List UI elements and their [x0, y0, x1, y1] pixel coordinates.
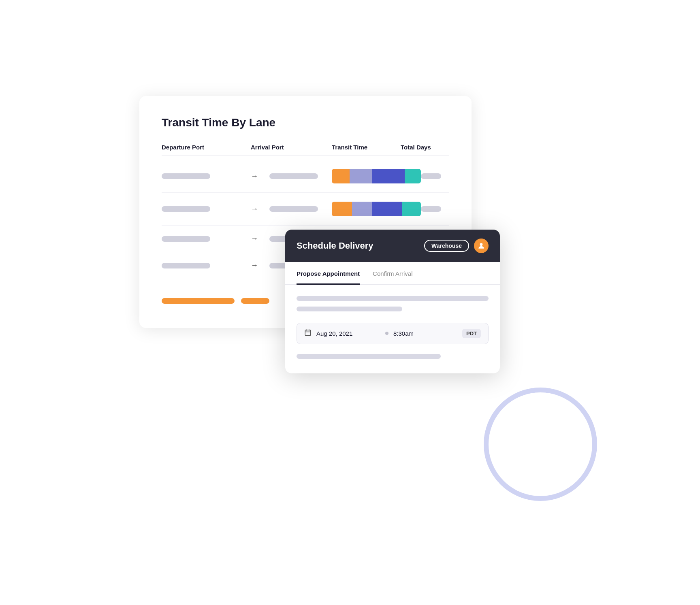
modal-header-right: Warehouse — [424, 239, 489, 253]
arrival-port-cell: → — [251, 205, 332, 213]
arrival-placeholder — [269, 173, 318, 179]
svg-rect-1 — [305, 330, 311, 336]
content-placeholder-line3 — [297, 354, 441, 359]
content-placeholder-line2 — [297, 307, 402, 311]
divider-dot — [385, 332, 388, 335]
bar-segment-blue — [372, 202, 403, 216]
days-cell — [421, 206, 470, 212]
modal-title: Schedule Delivery — [297, 241, 373, 251]
departure-placeholder — [162, 236, 210, 242]
tab-propose-appointment[interactable]: Propose Appointment — [297, 262, 360, 285]
bar-segment-teal — [402, 202, 421, 216]
date-value: Aug 20, 2021 — [316, 330, 380, 337]
bar-segment-teal — [405, 169, 421, 183]
departure-port-cell — [162, 263, 251, 268]
arrow-icon: → — [251, 261, 258, 270]
timezone-badge: PDT — [462, 329, 481, 338]
transit-table-header: Departure Port Arrival Port Transit Time… — [162, 144, 449, 156]
schedule-delivery-modal: Schedule Delivery Warehouse Propose Appo… — [285, 230, 500, 373]
departure-port-cell — [162, 206, 251, 212]
datetime-row[interactable]: Aug 20, 2021 8:30am PDT — [297, 323, 489, 344]
bar-segment-orange — [332, 202, 352, 216]
arrow-icon: → — [251, 234, 258, 243]
header-arrival: Arrival Port — [251, 144, 332, 151]
days-placeholder — [421, 206, 441, 212]
header-departure: Departure Port — [162, 144, 251, 151]
bar-segment-blue — [372, 169, 405, 183]
warehouse-badge[interactable]: Warehouse — [424, 240, 469, 252]
transit-bar-row1 — [332, 169, 421, 183]
header-transit: Transit Time — [332, 144, 401, 151]
table-row: → — [162, 160, 449, 193]
arrival-placeholder — [269, 206, 318, 212]
header-days: Total Days — [401, 144, 449, 151]
bottom-bar-short — [241, 298, 269, 304]
days-cell — [421, 173, 470, 179]
calendar-icon — [304, 329, 312, 338]
departure-placeholder — [162, 206, 210, 212]
departure-placeholder — [162, 263, 210, 268]
bar-segment-lavender — [350, 169, 372, 183]
bar-segment-lavender — [352, 202, 372, 216]
departure-port-cell — [162, 173, 251, 179]
table-row: → — [162, 193, 449, 226]
arrival-port-cell: → — [251, 172, 332, 181]
transit-bar-row2 — [332, 202, 421, 216]
svg-point-0 — [480, 243, 483, 246]
user-avatar-icon[interactable] — [474, 239, 489, 253]
decorative-circle — [484, 388, 597, 501]
arrow-icon: → — [251, 205, 258, 213]
departure-placeholder — [162, 173, 210, 179]
transit-bar-cell — [332, 202, 421, 216]
transit-bar-cell — [332, 169, 421, 183]
content-placeholder-line1 — [297, 296, 489, 301]
departure-port-cell — [162, 236, 251, 242]
arrow-icon: → — [251, 172, 258, 181]
modal-body: Aug 20, 2021 8:30am PDT — [285, 285, 500, 373]
modal-tabs: Propose Appointment Confirm Arrival — [285, 262, 500, 285]
modal-header: Schedule Delivery Warehouse — [285, 230, 500, 262]
days-placeholder — [421, 173, 441, 179]
transit-card-title: Transit Time By Lane — [162, 116, 449, 129]
time-value: 8:30am — [393, 330, 457, 337]
tab-confirm-arrival[interactable]: Confirm Arrival — [373, 262, 412, 285]
bar-segment-orange — [332, 169, 350, 183]
bottom-bar-long — [162, 298, 235, 304]
